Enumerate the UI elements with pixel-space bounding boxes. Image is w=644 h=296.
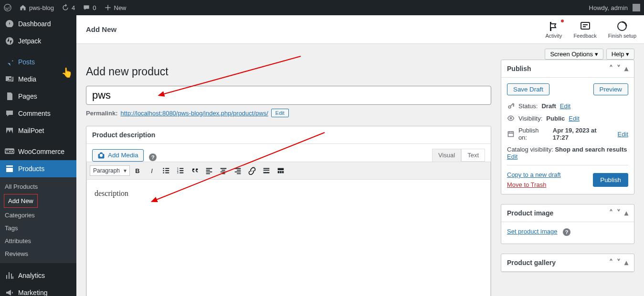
submenu-tags[interactable]: Tags [0, 222, 76, 235]
svg-rect-4 [581, 22, 590, 29]
megaphone-icon [5, 288, 14, 296]
visual-tab[interactable]: Visual [432, 149, 461, 162]
move-up-icon[interactable]: ˄ [609, 209, 613, 217]
menu-products[interactable]: Products [0, 160, 76, 177]
menu-analytics[interactable]: Analytics [0, 267, 76, 284]
product-gallery-title: Product gallery [507, 259, 556, 266]
status-edit-link[interactable]: Edit [560, 102, 570, 110]
align-left-button[interactable] [202, 164, 216, 177]
submenu-reviews[interactable]: Reviews [0, 247, 76, 260]
add-media-button[interactable]: Add Media [92, 149, 144, 162]
home-icon [19, 4, 27, 11]
finish-button[interactable]: Finish setup [608, 20, 636, 39]
key-icon [507, 102, 515, 110]
copy-draft-link[interactable]: Copy to a new draft [507, 171, 561, 178]
screen-options-tab[interactable]: Screen Options ▾ [545, 49, 603, 60]
admin-sidebar: Dashboard Jetpack Posts Media Pages Comm… [0, 15, 76, 296]
help-icon[interactable]: ? [563, 228, 570, 236]
italic-button[interactable]: I [145, 164, 158, 177]
menu-comments[interactable]: Comments [0, 105, 76, 122]
menu-marketing[interactable]: Marketing [0, 284, 76, 296]
save-draft-button[interactable]: Save Draft [507, 83, 549, 95]
submenu-all-products[interactable]: All Products [0, 180, 76, 193]
visibility-edit-link[interactable]: Edit [569, 115, 579, 122]
menu-dashboard[interactable]: Dashboard [0, 15, 76, 32]
menu-label: Pages [18, 92, 37, 100]
submenu-add-new[interactable]: Add New [4, 194, 38, 208]
bold-button[interactable]: B [131, 164, 144, 177]
move-up-icon[interactable]: ˄ [609, 65, 613, 72]
visibility-value: Public [546, 115, 565, 122]
howdy-text: Howdy, admin [589, 4, 628, 11]
svg-rect-14 [280, 171, 282, 174]
site-link[interactable]: pws-blog [15, 0, 58, 15]
feedback-button[interactable]: Feedback [573, 20, 596, 39]
site-name: pws-blog [29, 4, 54, 11]
editor-toolbar: Paragraph B I 123 [86, 162, 491, 179]
list-ul-icon [162, 166, 170, 175]
menu-label: Comments [18, 110, 51, 117]
toggle-icon[interactable]: ▴ [624, 209, 628, 217]
new-link[interactable]: New [100, 0, 130, 15]
activity-button[interactable]: Activity [546, 20, 562, 39]
align-right-button[interactable] [231, 164, 244, 177]
catalog-edit-link[interactable]: Edit [507, 153, 517, 160]
preview-button[interactable]: Preview [593, 83, 628, 95]
updates-link[interactable]: 4 [58, 0, 79, 15]
permalink-edit-button[interactable]: Edit [271, 109, 289, 117]
help-icon[interactable]: ? [149, 153, 157, 161]
comments-link[interactable]: 0 [79, 0, 100, 15]
toggle-icon[interactable]: ▴ [624, 259, 628, 266]
quote-button[interactable] [188, 164, 201, 177]
menu-pages[interactable]: Pages [0, 88, 76, 105]
status-value: Draft [541, 102, 556, 110]
move-down-icon[interactable]: ˅ [617, 209, 621, 217]
menu-jetpack[interactable]: Jetpack [0, 32, 76, 50]
status-label: Status: [518, 102, 538, 110]
submenu-attributes[interactable]: Attributes [0, 235, 76, 247]
more-button[interactable] [260, 164, 273, 177]
ul-button[interactable] [159, 164, 173, 177]
header-title: Add New [86, 25, 116, 33]
link-button[interactable] [245, 164, 259, 177]
schedule-edit-link[interactable]: Edit [618, 131, 628, 138]
hand-cursor-icon: 👆 [61, 67, 73, 78]
page-heading: Add new product [86, 65, 491, 78]
svg-point-6 [163, 168, 164, 169]
comments-count: 0 [93, 4, 96, 11]
toggle-icon[interactable]: ▴ [624, 65, 628, 72]
submenu-categories[interactable]: Categories [0, 209, 76, 222]
align-center-button[interactable] [217, 164, 230, 177]
menu-mailpoet[interactable]: MailPoet [0, 122, 76, 139]
move-down-icon[interactable]: ˅ [617, 259, 621, 266]
move-up-icon[interactable]: ˄ [609, 259, 613, 266]
ol-button[interactable]: 123 [174, 164, 187, 177]
dashboard-icon [5, 19, 14, 29]
move-down-icon[interactable]: ˅ [617, 65, 621, 72]
trash-link[interactable]: Move to Trash [507, 181, 546, 188]
user-menu[interactable]: Howdy, admin [585, 0, 644, 15]
products-icon [5, 164, 14, 174]
menu-label: Marketing [18, 289, 47, 296]
product-gallery-box: Product gallery ˄˅▴ [501, 254, 634, 272]
permalink-link[interactable]: http://localhost:8080/pws-blog/index.php… [120, 110, 268, 117]
text-tab[interactable]: Text [461, 149, 485, 162]
align-center-icon [219, 166, 228, 175]
publish-button[interactable]: Publish [593, 173, 628, 187]
notification-dot-icon [561, 20, 564, 22]
align-left-icon [205, 166, 213, 175]
wordpress-icon [4, 4, 11, 11]
product-image-box: Product image ˄˅▴ Set product image ? [501, 204, 634, 244]
format-select[interactable]: Paragraph [90, 165, 130, 176]
admin-bar: pws-blog 4 0 New Howdy, admin [0, 0, 644, 15]
menu-woocommerce[interactable]: WooCommerce [0, 143, 76, 160]
help-tab[interactable]: Help ▾ [606, 49, 634, 60]
align-right-icon [233, 166, 242, 175]
wp-logo[interactable] [0, 0, 15, 15]
product-title-input[interactable] [86, 86, 491, 105]
editor-content[interactable]: description [86, 179, 491, 296]
description-box: Product description Add Media ? Visual [86, 126, 491, 296]
toolbar-toggle-button[interactable] [274, 164, 287, 177]
updates-count: 4 [72, 4, 75, 11]
set-product-image-link[interactable]: Set product image [507, 228, 558, 235]
